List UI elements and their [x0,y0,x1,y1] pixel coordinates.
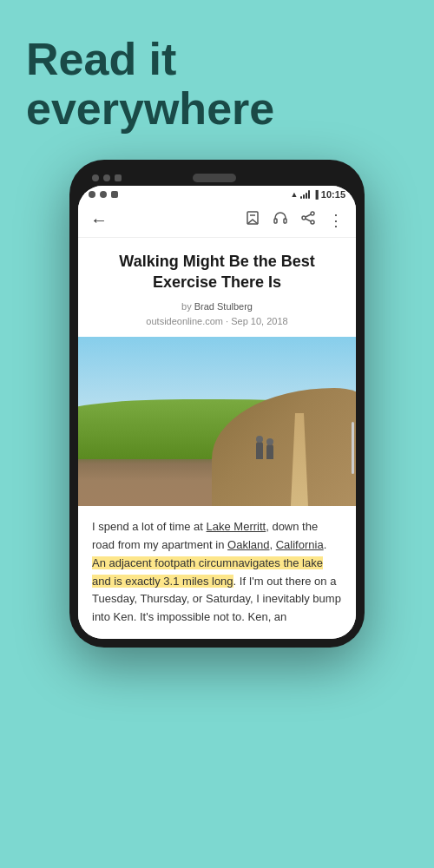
dot2 [103,174,110,181]
svg-point-5 [302,216,306,220]
battery-icon: ▐ [312,190,318,199]
body-text-1: I spend a lot of time at [92,520,207,533]
headline-section: Read it everywhere [0,0,434,151]
phone-mockup: ▲ ▐ 10:15 ← [0,160,434,648]
walking-figures [256,442,273,459]
status-left [89,191,118,198]
wifi-icon: ▲ [291,190,299,199]
share-button[interactable] [300,210,316,230]
status-dot2 [100,191,107,198]
phone-screen: ▲ ▐ 10:15 ← [78,186,356,639]
link-lake-merritt[interactable]: Lake Merritt [207,520,266,533]
svg-line-8 [306,219,311,221]
author-prefix: by [181,301,192,312]
body-text-3: , [269,538,275,551]
status-bar: ▲ ▐ 10:15 [78,186,356,203]
link-california[interactable]: California [276,538,324,551]
status-right: ▲ ▐ 10:15 [291,189,345,200]
headphones-button[interactable] [273,210,288,230]
svg-line-7 [306,214,311,217]
svg-point-6 [311,220,314,224]
article-source: outsideonline.com [146,316,223,326]
headline-text: Read it everywhere [26,35,408,134]
article-image [78,337,356,506]
page-root: Read it everywhere [0,0,434,648]
save-button[interactable] [245,210,260,230]
link-oakland[interactable]: Oakland [227,538,269,551]
signal-bars-icon [300,190,310,199]
article-header: Walking Might Be the Best Exercise There… [78,238,356,337]
svg-point-4 [311,212,314,215]
app-toolbar: ← [78,203,356,238]
figure1 [256,442,263,459]
article-title: Walking Might Be the Best Exercise There… [94,252,340,293]
svg-rect-3 [284,219,286,223]
dot1 [92,174,99,181]
dot3 [115,174,122,181]
more-button[interactable]: ⋮ [328,211,344,230]
toolbar-actions: ⋮ [245,210,344,230]
article-meta: by Brad Stulberg outsideonline.com · Sep… [94,299,340,328]
phone-dots [92,174,122,181]
status-square [111,191,118,198]
scroll-indicator [352,422,354,474]
svg-rect-2 [274,219,277,223]
speaker [193,174,236,182]
time-display: 10:15 [321,189,345,200]
article-body: I spend a lot of time at Lake Merritt, d… [78,506,356,639]
body-text-4: . [324,538,327,551]
back-button[interactable]: ← [90,210,108,230]
author-name: Brad Stulberg [194,301,253,312]
figure2 [266,444,273,459]
phone-body: ▲ ▐ 10:15 ← [69,160,365,648]
article-date: Sep 10, 2018 [231,316,287,326]
status-dot1 [89,191,95,198]
phone-top-bar [78,168,356,186]
headline-line2: everywhere [26,83,274,134]
headline-line1: Read it [26,34,176,84]
